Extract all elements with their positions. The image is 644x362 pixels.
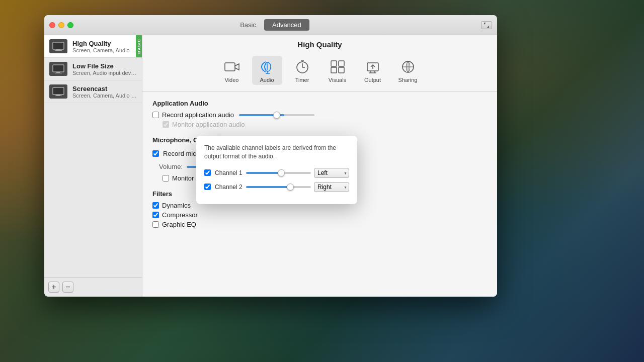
channel-2-slider[interactable] <box>246 186 311 188</box>
sidebar-item-screencast[interactable]: Screencast Screen, Camera, Audio Inpu... <box>44 80 142 103</box>
basic-badge-text: BASIC <box>137 39 141 54</box>
tab-sharing-label: Sharing <box>398 77 418 83</box>
traffic-lights <box>49 22 73 28</box>
svg-rect-9 <box>56 95 60 96</box>
graphic-eq-label[interactable]: Graphic EQ <box>162 221 196 228</box>
remove-preset-button[interactable]: − <box>62 282 73 293</box>
channel-2-row: Channel 2 Left Right Center Mono <box>204 182 349 192</box>
svg-rect-22 <box>339 61 344 66</box>
sidebar-item-high-quality-text: High Quality Screen, Camera, Audio Inpu.… <box>72 40 137 53</box>
channel-2-checkbox[interactable] <box>204 184 211 190</box>
visuals-icon <box>329 58 347 76</box>
fullscreen-button[interactable] <box>481 21 492 29</box>
sidebar-item-high-quality-desc: Screen, Camera, Audio Inpu... <box>72 47 137 53</box>
svg-marker-1 <box>487 26 489 28</box>
svg-rect-6 <box>56 72 60 73</box>
sidebar-item-high-quality-name: High Quality <box>72 40 137 47</box>
graphic-eq-row: Graphic EQ <box>152 221 487 228</box>
monitor-app-audio-checkbox[interactable] <box>163 121 169 128</box>
channel-2-label: Channel 2 <box>215 184 243 191</box>
svg-rect-24 <box>339 67 344 73</box>
minimize-button[interactable] <box>58 22 64 28</box>
compressor-checkbox[interactable] <box>152 212 159 218</box>
sidebar: High Quality Screen, Camera, Audio Inpu.… <box>44 35 142 297</box>
sharing-icon <box>399 58 417 76</box>
svg-marker-0 <box>484 23 486 25</box>
fullscreen-icon <box>484 23 489 28</box>
sidebar-item-screencast-desc: Screen, Camera, Audio Inpu... <box>72 93 137 99</box>
add-preset-button[interactable]: + <box>48 282 59 293</box>
volume-label: Volume: <box>152 163 183 170</box>
app-audio-section: Application Audio Record application aud… <box>152 100 487 128</box>
svg-point-13 <box>265 62 271 71</box>
channel-1-slider[interactable] <box>246 172 311 174</box>
app-audio-slider[interactable] <box>239 114 314 116</box>
channel-popup: The available channel labels are derived… <box>196 136 357 204</box>
sidebar-item-low-file-size-name: Low File Size <box>72 62 137 70</box>
channel-1-checkbox[interactable] <box>204 169 211 176</box>
svg-rect-8 <box>53 87 64 95</box>
sidebar-item-screencast-text: Screencast Screen, Camera, Audio Inpu... <box>72 85 137 99</box>
dynamics-checkbox[interactable] <box>152 202 159 209</box>
sidebar-bottom: + − <box>44 277 142 297</box>
tab-sharing[interactable]: Sharing <box>393 56 423 85</box>
svg-rect-2 <box>53 42 64 49</box>
basic-badge: BASIC <box>136 35 142 57</box>
record-app-audio-label[interactable]: Record application audio <box>162 111 234 119</box>
sidebar-item-low-file-size-text: Low File Size Screen, Audio input device <box>72 62 137 76</box>
channel-1-assignment-select[interactable]: Left Right Center Mono <box>314 168 349 178</box>
svg-rect-21 <box>331 61 337 66</box>
sidebar-item-low-file-size-desc: Screen, Audio input device <box>72 70 137 76</box>
sidebar-item-high-quality[interactable]: High Quality Screen, Camera, Audio Inpu.… <box>44 35 142 58</box>
svg-rect-4 <box>55 50 62 51</box>
icon-tabs: Video Audio <box>142 54 497 92</box>
monitor-app-audio-label: Monitor application audio <box>172 121 245 128</box>
tab-advanced[interactable]: Advanced <box>264 19 309 31</box>
output-icon <box>364 58 382 76</box>
preset-icon-high-quality <box>49 39 67 53</box>
maximize-button[interactable] <box>67 22 73 28</box>
channel-1-assignment-wrapper: Left Right Center Mono <box>314 168 349 178</box>
preset-icon-low-file-size <box>49 62 67 76</box>
app-audio-title: Application Audio <box>152 100 487 107</box>
svg-rect-11 <box>225 63 235 71</box>
channel-2-assignment-select[interactable]: Left Right Center Mono <box>314 182 349 192</box>
tab-video-label: Video <box>225 77 239 83</box>
tab-visuals[interactable]: Visuals <box>323 56 353 85</box>
tab-output-label: Output <box>364 77 381 83</box>
compressor-row: Compressor <box>152 211 487 219</box>
channel-1-label: Channel 1 <box>215 169 243 176</box>
channel-1-row: Channel 1 Left Right Center Mono <box>204 168 349 178</box>
tab-audio[interactable]: Audio <box>252 56 282 85</box>
tab-basic[interactable]: Basic <box>232 19 264 31</box>
preset-icon-screencast <box>49 84 67 99</box>
audio-icon <box>258 58 276 76</box>
tab-video[interactable]: Video <box>217 56 247 85</box>
channel-popup-desc: The available channel labels are derived… <box>204 144 349 161</box>
tab-bar: Basic Advanced <box>232 19 309 31</box>
svg-rect-7 <box>55 73 62 73</box>
preset-title: High Quality <box>142 35 497 54</box>
svg-rect-23 <box>331 67 337 73</box>
svg-rect-10 <box>55 96 62 96</box>
graphic-eq-checkbox[interactable] <box>152 221 159 228</box>
record-mic-checkbox[interactable] <box>152 150 159 157</box>
monitor-app-audio-row: Monitor application audio <box>152 121 487 128</box>
tab-timer-label: Timer <box>295 77 309 83</box>
monitor-input-checkbox[interactable] <box>163 175 169 182</box>
tab-timer[interactable]: Timer <box>287 56 317 85</box>
svg-rect-3 <box>56 49 60 50</box>
record-app-audio-row: Record application audio <box>152 111 487 119</box>
channel-2-assignment-wrapper: Left Right Center Mono <box>314 182 349 192</box>
sidebar-item-low-file-size[interactable]: Low File Size Screen, Audio input device <box>44 58 142 80</box>
compressor-label[interactable]: Compressor <box>162 211 198 219</box>
record-app-audio-checkbox[interactable] <box>152 112 159 118</box>
close-button[interactable] <box>49 22 55 28</box>
titlebar: Basic Advanced <box>44 15 497 35</box>
timer-icon <box>293 58 311 76</box>
tab-output[interactable]: Output <box>358 56 388 85</box>
dynamics-label[interactable]: Dynamics <box>162 202 191 209</box>
video-icon <box>223 58 241 76</box>
tab-visuals-label: Visuals <box>329 77 346 83</box>
svg-marker-12 <box>235 64 239 70</box>
